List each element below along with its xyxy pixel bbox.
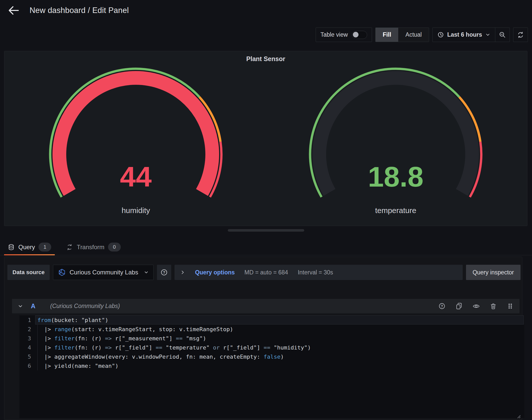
- datasource-value: Curious Community Labs: [70, 269, 138, 276]
- code-area[interactable]: from(bucket: "plant") |> range(start: v.…: [35, 315, 524, 418]
- datasource-row: Data source Curious Community Labs ?: [7, 265, 521, 280]
- table-view-label: Table view: [321, 31, 348, 38]
- query-datasource-hint: (Curious Community Labs): [50, 303, 120, 310]
- duplicate-query-button[interactable]: [455, 302, 463, 310]
- page-title: New dashboard / Edit Panel: [30, 6, 129, 15]
- editor-tabs: Query 1 Transform 0: [0, 239, 532, 255]
- gauge-temperature: 18.8 temperature: [289, 66, 503, 215]
- query-options-label: Query options: [195, 269, 235, 276]
- query-actions: ?: [438, 302, 514, 310]
- gauge-label: temperature: [375, 206, 416, 215]
- gauges-row: 44 humidity 18.8 temperature: [4, 66, 527, 215]
- gauge-label: humidity: [122, 206, 150, 215]
- collapse-chevron-icon[interactable]: [18, 303, 23, 309]
- grafana-edit-panel-screen: New dashboard / Edit Panel Table view Fi…: [0, 0, 532, 420]
- line-number: 6: [19, 361, 31, 371]
- code-line: |> yield(name: "mean"): [35, 361, 524, 371]
- interval-stat: Interval = 30s: [298, 269, 333, 276]
- line-number: 4: [19, 343, 31, 352]
- query-editor-card: Data source Curious Community Labs ?: [4, 257, 522, 420]
- refresh-button[interactable]: [513, 28, 528, 42]
- back-arrow-icon[interactable]: [8, 6, 19, 15]
- query-ref-id[interactable]: A: [31, 302, 35, 310]
- chevron-down-icon: [144, 270, 149, 275]
- query-help-button[interactable]: ?: [438, 302, 446, 310]
- toggle-knob: [353, 32, 358, 37]
- database-icon: [8, 244, 15, 251]
- datasource-help-button[interactable]: ?: [157, 265, 171, 280]
- table-view-toggle[interactable]: [352, 31, 367, 39]
- table-view-group: Table view: [316, 27, 372, 42]
- gauge-arc: 18.8: [289, 66, 503, 203]
- active-tab-underline: [4, 254, 55, 255]
- panel-toolbar: Table view Fill Actual Last 6 hours: [316, 27, 528, 42]
- line-number: 1: [19, 316, 31, 325]
- gauge-value: 44: [120, 161, 152, 193]
- code-line: |> filter(fn: (r) => r["_field"] == "tem…: [35, 343, 524, 352]
- resize-handle-icon[interactable]: [515, 413, 521, 419]
- query-options-bar[interactable]: Query options MD = auto = 684 Interval =…: [175, 265, 462, 280]
- trash-icon: [490, 303, 497, 310]
- app-header: New dashboard / Edit Panel: [8, 6, 129, 15]
- tab-transform[interactable]: Transform 0: [62, 239, 124, 255]
- help-icon: ?: [438, 302, 446, 310]
- gauge-humidity: 44 humidity: [29, 66, 243, 215]
- line-number: 3: [19, 334, 31, 343]
- help-icon: ?: [160, 269, 168, 276]
- gauge-arc: 44: [29, 66, 243, 203]
- tab-query[interactable]: Query 1: [4, 239, 55, 255]
- datasource-logo-icon: [58, 268, 66, 276]
- max-data-points-stat: MD = auto = 684: [244, 269, 288, 276]
- tab-transform-label: Transform: [77, 244, 104, 251]
- code-line: |> filter(fn: (r) => r["_measurement"] =…: [35, 334, 524, 343]
- drag-query-handle[interactable]: [507, 302, 514, 310]
- plant-sensor-panel: Plant Sensor 44 humidity 18.8 temperatur…: [4, 51, 527, 226]
- time-range-group: Last 6 hours: [432, 27, 510, 42]
- refresh-icon: [517, 31, 524, 38]
- chevron-down-icon: [485, 32, 490, 37]
- toggle-query-visibility-button[interactable]: [472, 302, 480, 310]
- panel-title: Plant Sensor: [4, 51, 527, 63]
- tab-query-badge: 1: [38, 243, 51, 251]
- code-line: |> range(start: v.timeRangeStart, stop: …: [35, 325, 524, 334]
- transform-icon: [66, 244, 73, 251]
- line-number-gutter: 123456: [19, 315, 35, 418]
- clock-icon: [437, 31, 444, 38]
- time-range-label: Last 6 hours: [447, 31, 482, 38]
- line-number: 5: [19, 352, 31, 361]
- zoom-out-button[interactable]: [495, 28, 510, 42]
- query-inspector-button[interactable]: Query inspector: [466, 265, 521, 280]
- drag-handle-icon: [507, 302, 514, 310]
- delete-query-button[interactable]: [490, 303, 497, 310]
- code-line: from(bucket: "plant"): [35, 316, 524, 325]
- datasource-label: Data source: [7, 265, 50, 280]
- time-range-picker[interactable]: Last 6 hours: [433, 28, 495, 42]
- line-number: 2: [19, 325, 31, 334]
- panel-resize-handle[interactable]: [228, 229, 304, 232]
- code-line: |> aggregateWindow(every: v.windowPeriod…: [35, 352, 524, 361]
- duplicate-icon: [455, 302, 463, 310]
- tab-transform-badge: 0: [108, 243, 121, 251]
- datasource-select[interactable]: Curious Community Labs: [53, 265, 154, 280]
- tab-query-label: Query: [18, 244, 35, 251]
- flux-code-editor[interactable]: 123456 from(bucket: "plant") |> range(st…: [19, 315, 524, 418]
- fill-button[interactable]: Fill: [376, 28, 398, 42]
- svg-text:?: ?: [163, 270, 165, 274]
- actual-button[interactable]: Actual: [398, 28, 429, 42]
- svg-text:?: ?: [441, 304, 443, 308]
- eye-icon: [472, 302, 480, 310]
- zoom-out-icon: [499, 31, 506, 38]
- refresh-group: [513, 27, 528, 42]
- gauge-value: 18.8: [368, 161, 423, 193]
- query-row-header: A (Curious Community Labs) ?: [12, 299, 520, 313]
- display-mode-segmented: Fill Actual: [375, 27, 429, 42]
- chevron-right-icon: [180, 270, 185, 275]
